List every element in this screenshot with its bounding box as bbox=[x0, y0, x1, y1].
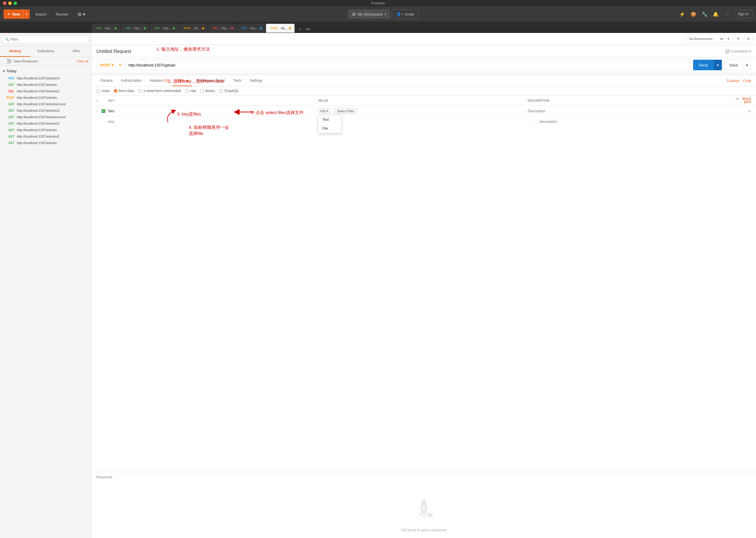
sidebar-tab-collections[interactable]: Collections bbox=[30, 46, 61, 57]
clear-all-button[interactable]: Clear all bbox=[77, 59, 88, 63]
drag-handle[interactable]: ≡ bbox=[96, 109, 98, 113]
save-responses-toggle[interactable] bbox=[3, 59, 12, 64]
sidebar-filter-input[interactable] bbox=[3, 35, 88, 43]
history-item-6[interactable]: GET http://localhost:1337/articles/count bbox=[0, 114, 91, 120]
comments-button[interactable]: 💬 Comments 0 bbox=[726, 49, 751, 54]
sign-in-button[interactable]: Sign In bbox=[734, 10, 752, 18]
env-dropdown-arrow[interactable]: ▾ bbox=[724, 35, 732, 43]
bulk-edit-button[interactable]: Bulk Edit bbox=[742, 97, 751, 104]
kv-row-0-key-input[interactable] bbox=[108, 109, 314, 113]
history-item-9[interactable]: GET http://localhost:1337/articles/2 bbox=[0, 133, 91, 140]
history-item-7[interactable]: GET http://localhost:1337/articles/2 bbox=[0, 120, 91, 127]
send-button-group: Send ▾ bbox=[693, 60, 722, 70]
response-label: Response bbox=[96, 475, 112, 479]
env-settings-button[interactable]: ⚙ bbox=[744, 35, 752, 43]
request-tab-0[interactable]: GET http... bbox=[92, 24, 120, 33]
maximize-window-button[interactable] bbox=[14, 1, 17, 5]
window-title: Postman bbox=[371, 1, 385, 5]
toolbar-right: ⚡ 🍪 🔧 🔔 ♡ Sign In bbox=[678, 10, 752, 18]
invite-button[interactable]: 👤+ Invite bbox=[392, 9, 419, 19]
request-tab-5[interactable]: PUT http... bbox=[237, 24, 266, 33]
kv-empty-row bbox=[92, 116, 756, 127]
content-wrapper: No Environment ▾ 👁 ⚙ Untitled Request 💬 … bbox=[92, 33, 756, 538]
history-item-8[interactable]: GET http://localhost:1337/articles bbox=[0, 127, 91, 133]
request-sub-tabs: Params Authorization Headers (8) Body Pr… bbox=[92, 76, 756, 86]
sidebar-tab-history[interactable]: History bbox=[0, 46, 30, 57]
request-tab-1[interactable]: GET http... bbox=[121, 24, 149, 33]
sidebar-options: Save Responses Clear all bbox=[0, 57, 91, 66]
kv-key-header: KEY bbox=[108, 99, 314, 102]
body-option-raw[interactable]: raw bbox=[185, 89, 196, 93]
search-icon: 🔍 bbox=[5, 38, 9, 41]
title-bar: Postman bbox=[0, 0, 756, 7]
today-section-header[interactable]: ▾ Today bbox=[0, 67, 91, 75]
history-item-4[interactable]: GET http://localhost:1337/articles/count bbox=[0, 101, 91, 107]
kv-row-0-desc-input[interactable] bbox=[528, 109, 734, 113]
send-button[interactable]: Send bbox=[693, 60, 714, 70]
history-item-10[interactable]: GET http://localhost:1337/articles bbox=[0, 140, 91, 146]
url-bar: POST ▾ GET PUT DELETE PATCH Send ▾ Save … bbox=[92, 57, 756, 73]
kv-row-0-delete-button[interactable]: ✕ bbox=[748, 109, 751, 114]
body-option-binary[interactable]: binary bbox=[200, 89, 215, 93]
file-type-dropdown-trigger[interactable]: File ▾ bbox=[318, 108, 331, 114]
body-option-form-data[interactable]: form-data bbox=[114, 89, 134, 93]
heart-icon[interactable]: ♡ bbox=[723, 10, 731, 18]
history-item-5[interactable]: GET http://localhost:1337/articles/2 bbox=[0, 107, 91, 114]
code-link[interactable]: Code bbox=[743, 79, 751, 83]
workspace-button[interactable]: ⊞ My Workspace ▾ bbox=[348, 9, 390, 19]
history-item-3[interactable]: POST http://localhost:1337/articles bbox=[0, 94, 91, 101]
svg-point-10 bbox=[418, 504, 419, 505]
kv-header-row: ≡ KEY VALUE DESCRIPTION ••• Bulk Edit bbox=[92, 95, 756, 106]
body-option-urlencoded[interactable]: x-www-form-urlencoded bbox=[138, 89, 181, 93]
request-tab-4[interactable]: DEL http... bbox=[208, 24, 237, 33]
send-dropdown-button[interactable]: ▾ bbox=[714, 60, 722, 70]
body-option-graphql[interactable]: GraphQL bbox=[219, 89, 239, 93]
save-button[interactable]: Save bbox=[724, 60, 743, 70]
cookies-link[interactable]: Cookies bbox=[727, 79, 739, 83]
kv-desc-header: DESCRIPTION bbox=[524, 99, 734, 102]
content-area: Untitled Request 💬 Comments 0 POST ▾ GET… bbox=[92, 45, 756, 538]
history-item-2[interactable]: DEL http://localhost:1337/articles/2 bbox=[0, 88, 91, 94]
runner-button[interactable]: Runner bbox=[52, 9, 72, 19]
sub-tab-body[interactable]: Body bbox=[173, 76, 192, 86]
sub-tab-authorization[interactable]: Authorization bbox=[117, 76, 145, 86]
add-tab-button[interactable]: + bbox=[296, 26, 303, 33]
sync-icon[interactable]: ⚡ bbox=[678, 10, 686, 18]
file-type-file-option[interactable]: File bbox=[318, 124, 341, 133]
new-button[interactable]: ＋ New ▾ bbox=[4, 9, 30, 19]
kv-row-0-checkbox[interactable]: ✓ bbox=[101, 109, 106, 113]
kv-new-desc-input[interactable] bbox=[539, 120, 751, 124]
request-tab-6[interactable]: POST htt... bbox=[266, 24, 294, 33]
sub-tab-tests[interactable]: Tests bbox=[229, 76, 245, 86]
more-tabs-button[interactable]: ••• bbox=[305, 26, 312, 33]
select-files-button[interactable]: Select Files bbox=[334, 108, 357, 114]
sub-tab-settings[interactable]: Settings bbox=[245, 76, 266, 86]
env-visibility-toggle[interactable]: 👁 bbox=[734, 35, 742, 43]
body-option-none[interactable]: none bbox=[96, 89, 110, 93]
bell-icon[interactable]: 🔔 bbox=[712, 10, 720, 18]
minimize-window-button[interactable] bbox=[8, 1, 12, 5]
sidebar-content: ▾ Today PUT http://localhost:1337/articl… bbox=[0, 66, 91, 538]
sub-tab-params[interactable]: Params bbox=[96, 76, 117, 86]
layout-button[interactable]: ⊞ ▾ bbox=[74, 9, 88, 19]
history-item-1[interactable]: GET http://localhost:1337/articles bbox=[0, 81, 91, 88]
url-input[interactable] bbox=[125, 60, 691, 70]
wrench-icon[interactable]: 🔧 bbox=[700, 10, 709, 18]
cookie-icon[interactable]: 🍪 bbox=[689, 10, 697, 18]
file-type-text-option[interactable]: Text bbox=[318, 115, 341, 124]
history-item-0[interactable]: PUT http://localhost:1337/articles/3 bbox=[0, 75, 91, 81]
save-dropdown-button[interactable]: ▾ bbox=[743, 60, 751, 70]
request-tab-2[interactable]: GET http... bbox=[150, 24, 178, 33]
import-button[interactable]: Import bbox=[32, 9, 50, 19]
environment-select[interactable]: No Environment bbox=[686, 35, 724, 43]
sidebar-tab-apis[interactable]: APIs bbox=[61, 46, 91, 57]
method-select[interactable]: POST ▾ GET PUT DELETE PATCH bbox=[96, 60, 123, 70]
sub-tab-pre-request[interactable]: Pre-request Script bbox=[192, 76, 229, 86]
request-tab-3[interactable]: POST htt... bbox=[179, 24, 208, 33]
sub-tab-headers[interactable]: Headers (8) bbox=[145, 76, 172, 86]
tab-actions: + ••• bbox=[296, 26, 312, 33]
save-button-group: Save ▾ bbox=[724, 60, 751, 70]
close-window-button[interactable] bbox=[3, 1, 7, 5]
kv-new-key-input[interactable] bbox=[108, 120, 320, 124]
kv-new-value-input[interactable] bbox=[324, 120, 536, 124]
